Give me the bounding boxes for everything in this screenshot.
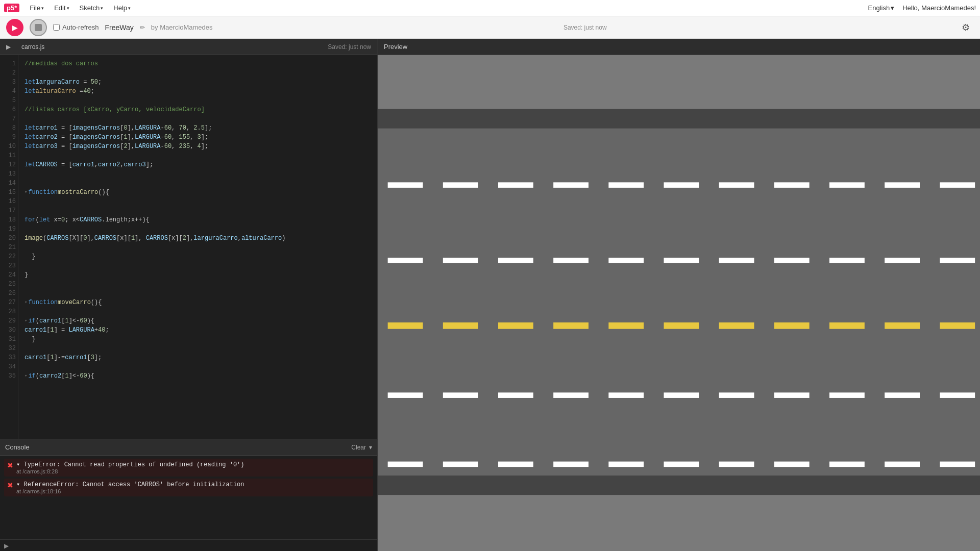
edit-menu[interactable]: Edit ▾ — [50, 3, 73, 13]
code-line-35: ▾if(carro2[1]<-60){ — [24, 371, 377, 381]
line-number-27: 27 — [4, 298, 16, 307]
line-number-1: 1 — [4, 59, 16, 68]
code-line-19 — [24, 224, 377, 234]
svg-rect-17 — [498, 258, 533, 263]
svg-rect-37 — [388, 392, 423, 398]
svg-rect-29 — [553, 322, 589, 329]
svg-rect-46 — [885, 392, 920, 398]
sidebar-toggle[interactable]: ▶ — [2, 41, 14, 53]
file-menu[interactable]: File ▾ — [26, 3, 48, 13]
language-selector[interactable]: English ▾ — [868, 4, 895, 12]
svg-rect-47 — [940, 392, 975, 398]
preview-title: Preview — [384, 43, 407, 51]
saved-status-toolbar: Saved: just now — [218, 24, 951, 31]
auto-refresh-checkbox[interactable] — [53, 24, 60, 31]
stop-icon — [35, 24, 42, 31]
main-layout: ▶ carros.js Saved: just now 123456789101… — [0, 39, 980, 551]
project-name: FreeWay — [105, 23, 134, 32]
code-line-13 — [24, 169, 377, 179]
svg-rect-4 — [388, 182, 423, 188]
play-button[interactable]: ▶ — [6, 19, 23, 36]
sketch-menu-chevron: ▾ — [101, 6, 103, 11]
line-number-8: 8 — [4, 123, 16, 133]
console-error-1: ✖ ▾ ReferenceError: Cannot access 'CARRO… — [4, 479, 373, 496]
error-icon: ✖ — [7, 481, 13, 489]
svg-rect-10 — [719, 182, 754, 188]
line-number-16: 16 — [4, 197, 16, 206]
code-content[interactable]: //medidas dos carroslet larguraCarro = 5… — [18, 55, 377, 439]
edit-menu-chevron: ▾ — [67, 6, 69, 11]
road-svg — [378, 55, 980, 551]
svg-rect-9 — [664, 182, 699, 188]
line-number-30: 30 — [4, 325, 16, 335]
help-menu[interactable]: Help ▾ — [109, 3, 135, 13]
svg-rect-22 — [774, 258, 810, 263]
line-number-12: 12 — [4, 160, 16, 169]
console-title: Console — [5, 443, 30, 451]
svg-rect-36 — [940, 322, 975, 329]
svg-rect-54 — [719, 462, 754, 467]
line-number-28: 28 — [4, 307, 16, 316]
line-number-26: 26 — [4, 289, 16, 298]
toolbar: ▶ Auto-refresh FreeWay ✏ by MaercioMamed… — [0, 16, 980, 39]
code-line-6: //listas carros [xCarro, yCarro, velocid… — [24, 105, 377, 114]
code-line-27: ▾function moveCarro(){ — [24, 298, 377, 307]
svg-rect-52 — [608, 462, 644, 467]
svg-rect-28 — [498, 322, 533, 329]
line-number-10: 10 — [4, 142, 16, 151]
file-tab-carros[interactable]: carros.js — [16, 41, 50, 53]
by-label: by MaercioMamedes — [151, 23, 213, 31]
right-panel: Preview — [378, 39, 980, 551]
svg-rect-15 — [388, 258, 423, 263]
line-number-20: 20 — [4, 234, 16, 243]
console-prompt-icon[interactable]: ▶ — [4, 542, 9, 549]
code-line-5 — [24, 96, 377, 105]
line-number-31: 31 — [4, 335, 16, 344]
line-number-6: 6 — [4, 105, 16, 114]
line-number-23: 23 — [4, 261, 16, 270]
code-line-21 — [24, 243, 377, 252]
lang-chevron: ▾ — [891, 4, 894, 12]
stop-button[interactable] — [30, 19, 47, 36]
svg-rect-11 — [774, 182, 810, 188]
svg-rect-1 — [378, 114, 980, 492]
code-line-23 — [24, 261, 377, 270]
svg-rect-34 — [829, 322, 865, 329]
svg-rect-13 — [885, 182, 920, 188]
p5-logo: p5* — [4, 4, 19, 12]
code-line-1: //medidas dos carros — [24, 59, 377, 68]
line-number-19: 19 — [4, 224, 16, 234]
error-message: ▾ ReferenceError: Cannot access 'CARROS'… — [16, 481, 244, 488]
edit-pencil-icon[interactable]: ✏ — [140, 24, 145, 31]
svg-rect-49 — [443, 462, 478, 467]
line-number-15: 15 — [4, 188, 16, 197]
sketch-menu[interactable]: Sketch ▾ — [76, 3, 108, 13]
settings-button[interactable]: ⚙ — [958, 19, 974, 36]
line-number-4: 4 — [4, 87, 16, 96]
clear-button[interactable]: Clear — [351, 444, 366, 451]
svg-rect-5 — [443, 182, 478, 188]
code-line-9: let carro2 = [imagensCarros[1],LARGURA-6… — [24, 133, 377, 142]
line-number-32: 32 — [4, 344, 16, 353]
svg-rect-32 — [719, 322, 754, 329]
left-panel: ▶ carros.js Saved: just now 123456789101… — [0, 39, 378, 551]
auto-refresh-label[interactable]: Auto-refresh — [53, 23, 99, 31]
svg-rect-27 — [443, 322, 478, 329]
code-line-22: } — [24, 252, 377, 261]
code-line-29: ▾if(carro1[1]<-60){ — [24, 316, 377, 325]
svg-rect-31 — [664, 322, 699, 329]
svg-rect-38 — [443, 392, 478, 398]
code-line-16 — [24, 197, 377, 206]
svg-rect-8 — [608, 182, 644, 188]
expand-icon[interactable]: ▾ — [369, 444, 372, 451]
menubar: p5* File ▾ Edit ▾ Sketch ▾ Help ▾ Englis… — [0, 0, 980, 16]
svg-rect-43 — [719, 392, 754, 398]
console-error-0: ✖ ▾ TypeError: Cannot read properties of… — [4, 459, 373, 477]
line-number-11: 11 — [4, 151, 16, 160]
svg-rect-20 — [664, 258, 699, 263]
svg-rect-55 — [774, 462, 810, 467]
code-editor[interactable]: 1234567891011121314151617181920212223242… — [0, 55, 377, 439]
error-location: at /carros.js:8:28 — [16, 468, 244, 474]
user-greeting: Hello, MaercioMamedes! — [902, 4, 976, 12]
svg-rect-23 — [829, 258, 865, 263]
